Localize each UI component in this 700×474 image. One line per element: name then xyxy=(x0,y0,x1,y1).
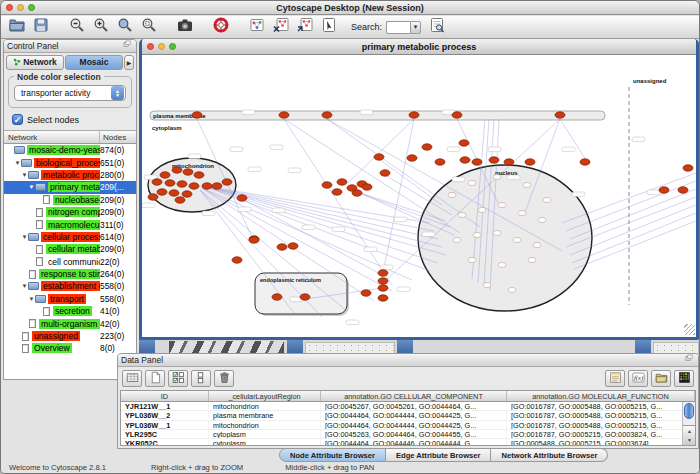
graph-node xyxy=(165,180,175,186)
zoom-out-button[interactable] xyxy=(67,18,86,37)
network-panel-button[interactable] xyxy=(247,18,266,37)
folder-icon xyxy=(35,295,46,303)
tree-row-establishment-of-lo[interactable]: ▼establishment of lo558(0) xyxy=(4,280,136,292)
snapshot-camera-button[interactable] xyxy=(175,18,194,37)
expander-icon[interactable]: ▼ xyxy=(21,172,28,178)
tree-column-network[interactable]: Network xyxy=(4,131,100,143)
column-header[interactable]: annotation.GO CELLULAR_COMPONENT xyxy=(321,391,507,401)
attribute-table-button[interactable] xyxy=(122,370,142,387)
expander-icon[interactable]: ▼ xyxy=(28,296,35,302)
expander-icon[interactable]: ▼ xyxy=(28,184,35,190)
node-color-dropdown-value: transporter activity xyxy=(15,88,111,98)
zoom-in-button[interactable] xyxy=(91,18,110,37)
scrollbar-thumb[interactable] xyxy=(684,403,694,419)
create-view-icon xyxy=(297,17,313,37)
tree-row-multi-organism-pro[interactable]: multi-organism pro42(0) xyxy=(4,317,136,329)
resize-grip[interactable] xyxy=(684,324,695,335)
column-header[interactable]: _cellularLayoutRegion xyxy=(209,391,321,401)
network-window-titlebar[interactable]: primary metabolic process xyxy=(142,39,696,55)
document-icon xyxy=(36,208,43,217)
import-attributes-button[interactable] xyxy=(651,370,671,387)
notes-button[interactable] xyxy=(605,370,625,387)
tab-network[interactable]: Network xyxy=(6,55,64,70)
tree-row-cellular-process[interactable]: ▼cellular process614(0) xyxy=(4,231,136,243)
advanced-search-button[interactable] xyxy=(427,18,446,37)
select-nodes-label: Select nodes xyxy=(27,115,79,125)
select-nodes-checkbox[interactable]: ✓ xyxy=(12,114,23,125)
attribute-browser-tabs: Node Attribute BrowserEdge Attribute Bro… xyxy=(279,448,608,462)
tab-node-attribute-browser[interactable]: Node Attribute Browser xyxy=(279,448,386,462)
tree-row-response-to-stimul[interactable]: response to stimul264(0) xyxy=(4,268,136,280)
tree-row-cell-communicat[interactable]: cell communicat22(0) xyxy=(4,256,136,268)
expander-icon[interactable]: ▼ xyxy=(21,283,28,289)
table-row[interactable]: YPL036W__1mitochondrion[GO:0044464, GO:0… xyxy=(121,421,695,430)
tab-edge-attribute-browser[interactable]: Edge Attribute Browser xyxy=(386,448,492,462)
create-view-button[interactable] xyxy=(295,18,314,37)
node-color-dropdown[interactable]: transporter activity ▲▼ xyxy=(14,85,126,101)
tree-row-unassigned[interactable]: unassigned223(0) xyxy=(4,330,136,342)
graph-node xyxy=(452,112,462,118)
zoom-fit-button[interactable] xyxy=(139,18,158,37)
table-row[interactable]: YKR052Ccytoplasm[GO:0044464, GO:0044446,… xyxy=(121,439,695,446)
tree-row-primary-metabol[interactable]: ▼primary metabol209(... xyxy=(4,181,136,193)
column-header[interactable]: ID xyxy=(121,391,209,401)
select-attributes-button[interactable] xyxy=(168,370,188,387)
tree-row-macromolecule[interactable]: macromolecule311(0) xyxy=(4,218,136,230)
select-mode-button[interactable] xyxy=(319,18,338,37)
tree-row-transport[interactable]: ▼transport558(0) xyxy=(4,293,136,305)
tree-row-metabolic-process[interactable]: ▼metabolic process280(0) xyxy=(4,169,136,181)
table-row[interactable]: YLR295Ccytoplasm[GO:0045263, GO:0044464,… xyxy=(121,430,695,439)
table-scrollbar[interactable]: ▲▼ xyxy=(682,402,695,445)
graph-node xyxy=(659,187,669,193)
zoom-selected-button[interactable] xyxy=(115,18,134,37)
search-input[interactable] xyxy=(386,21,410,34)
tab-overflow-arrow[interactable]: ▶ xyxy=(124,55,134,70)
column-header[interactable]: annotation.GO MOLECULAR_FUNCTION xyxy=(507,391,695,401)
expander-icon[interactable]: ▼ xyxy=(14,160,21,166)
destroy-view-button[interactable] xyxy=(271,18,290,37)
tree-row-cellular-metabol[interactable]: cellular metabol209(0) xyxy=(4,243,136,255)
graph-node xyxy=(237,195,247,201)
document-icon xyxy=(43,195,50,204)
tree-row-node-count: 209(... xyxy=(100,182,136,192)
save-session-button[interactable] xyxy=(31,18,50,37)
graph-node xyxy=(555,112,565,118)
document-icon xyxy=(43,307,50,316)
document-icon xyxy=(22,332,29,341)
graph-node xyxy=(300,294,310,300)
formula-builder-button[interactable]: f(x) xyxy=(628,370,648,387)
delete-attribute-button[interactable] xyxy=(214,370,234,387)
tree-row-nitrogen-compo[interactable]: nitrogen compo209(0) xyxy=(4,206,136,218)
help-lifesaver-button[interactable] xyxy=(211,18,230,37)
network-tab-icon xyxy=(13,58,21,66)
table-row[interactable]: YJR121W__1mitochondrion[GO:0045267, GO:0… xyxy=(121,402,695,411)
control-panel: Control Panel Network Mosaic ▶ Node colo… xyxy=(3,39,137,380)
search-dropdown-arrow[interactable]: ▼ xyxy=(410,21,421,34)
tree-column-nodes[interactable]: Nodes xyxy=(100,131,136,143)
open-file-button[interactable] xyxy=(7,18,26,37)
table-cell: YJR121W__1 xyxy=(121,402,209,410)
attribute-list-button[interactable] xyxy=(191,370,211,387)
float-panel-icon[interactable] xyxy=(123,40,133,52)
folder-icon xyxy=(28,282,39,290)
new-attribute-button[interactable] xyxy=(145,370,165,387)
document-icon xyxy=(22,344,29,353)
tree-row-secretion[interactable]: secretion41(0) xyxy=(4,305,136,317)
expander-icon[interactable]: ▼ xyxy=(21,234,28,240)
tree-row-biological-process[interactable]: ▼biological_process651(0) xyxy=(4,156,136,168)
tree-row-mosaic-demo-yeast[interactable]: mosaic-demo-yeast874(0) xyxy=(4,144,136,156)
tab-mosaic[interactable]: Mosaic xyxy=(65,55,123,70)
network-canvas[interactable]: plasma membranecytoplasmmitochondrionnuc… xyxy=(142,55,696,336)
heatmap-button[interactable] xyxy=(674,370,694,387)
network-window-title: primary metabolic process xyxy=(142,42,696,52)
float-panel-icon[interactable] xyxy=(685,354,695,366)
dropdown-stepper-icon: ▲▼ xyxy=(111,86,124,100)
control-panel-tabs: Network Mosaic ▶ xyxy=(4,53,136,71)
table-row[interactable]: YPL036W__2plasma membrane[GO:0044464, GO… xyxy=(121,411,695,420)
graph-node xyxy=(459,140,469,146)
scrollbar-arrows[interactable]: ▲▼ xyxy=(683,425,696,445)
tree-row-nucleobase-[interactable]: nucleobase-209(0) xyxy=(4,194,136,206)
graph-node xyxy=(279,112,289,118)
tree-row-overview[interactable]: Overview8(0) xyxy=(4,342,136,354)
tab-network-attribute-browser[interactable]: Network Attribute Browser xyxy=(491,448,608,462)
